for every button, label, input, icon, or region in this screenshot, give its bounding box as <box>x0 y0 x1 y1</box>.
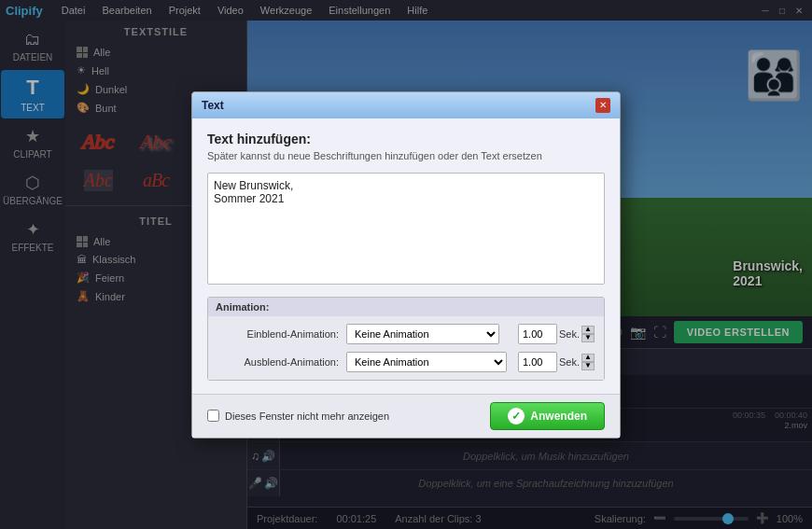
fade-out-spinner: ▲ ▼ <box>581 354 595 370</box>
apply-label: Anwenden <box>530 410 587 423</box>
fade-in-spinner: ▲ ▼ <box>581 326 595 342</box>
animation-title: Animation: <box>208 298 604 316</box>
fade-out-select[interactable]: Keine AnimationEinblendenAusblendenZoome… <box>346 352 507 372</box>
fade-out-time-input[interactable] <box>518 352 557 372</box>
modal-subtitle: Später kannst du neue Beschriftungen hin… <box>207 150 605 161</box>
modal-heading: Text hinzufügen: <box>207 132 605 146</box>
apply-button[interactable]: ✓ Anwenden <box>490 402 605 430</box>
modal-overlay: Text ✕ Text hinzufügen: Später kannst du… <box>0 0 812 529</box>
fade-in-row: Einblend-Animation: Keine AnimationEinbl… <box>217 324 595 344</box>
spin-down-in[interactable]: ▼ <box>581 334 595 342</box>
fade-out-label: Ausblend-Animation: <box>217 356 339 368</box>
checkbox-area: Dieses Fenster nicht mehr anzeigen <box>207 410 389 422</box>
fade-out-row: Ausblend-Animation: Keine AnimationEinbl… <box>217 352 595 372</box>
modal-header: Text ✕ <box>192 92 620 118</box>
modal-body: Text hinzufügen: Später kannst du neue B… <box>192 118 620 394</box>
dont-show-checkbox[interactable] <box>207 410 219 422</box>
modal-footer: Dieses Fenster nicht mehr anzeigen ✓ Anw… <box>192 394 620 438</box>
modal-text-input[interactable] <box>207 173 605 285</box>
fade-in-time-unit: Sek. <box>559 328 580 340</box>
modal-close-button[interactable]: ✕ <box>595 98 610 113</box>
fade-out-time: Sek. ▲ ▼ <box>518 352 595 372</box>
animation-section: Animation: Einblend-Animation: Keine Ani… <box>207 297 605 381</box>
fade-in-time-input[interactable] <box>518 324 557 344</box>
fade-out-time-unit: Sek. <box>559 356 580 368</box>
fade-in-time: Sek. ▲ ▼ <box>518 324 595 344</box>
apply-icon: ✓ <box>508 408 525 425</box>
animation-body: Einblend-Animation: Keine AnimationEinbl… <box>208 316 604 380</box>
dont-show-label: Dieses Fenster nicht mehr anzeigen <box>225 411 389 422</box>
fade-in-select[interactable]: Keine AnimationEinblendenAusblendenZoome… <box>346 324 499 344</box>
modal-title: Text <box>202 99 224 112</box>
spin-down-out[interactable]: ▼ <box>581 362 595 370</box>
text-dialog: Text ✕ Text hinzufügen: Später kannst du… <box>191 91 621 439</box>
fade-in-label: Einblend-Animation: <box>217 328 339 340</box>
